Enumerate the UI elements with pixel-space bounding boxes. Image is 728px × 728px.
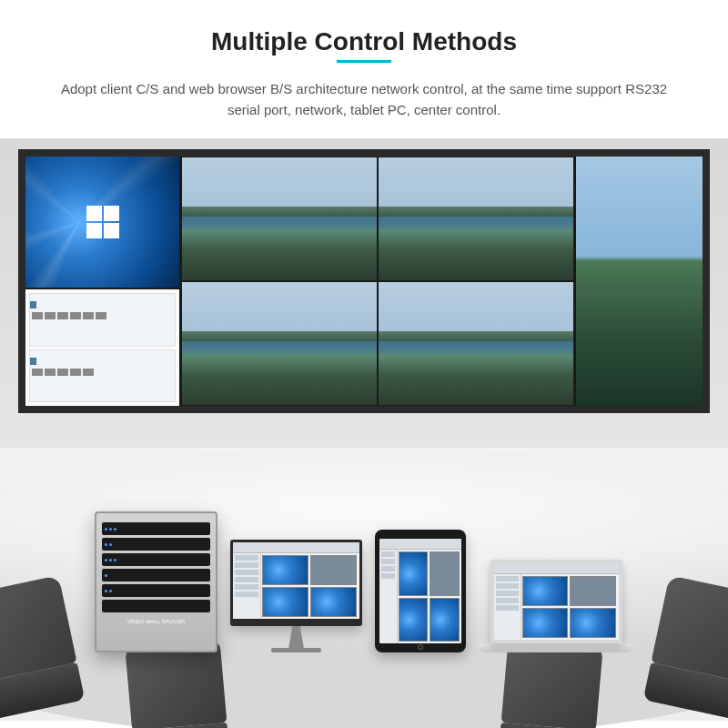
landscape-tile (378, 281, 574, 406)
tablet-home-button-icon (418, 644, 423, 650)
control-devices-row: VIDEO WALL SPLICER (95, 511, 633, 652)
laptop-device (479, 560, 633, 652)
video-wall-splicer-rack: VIDEO WALL SPLICER (95, 511, 217, 652)
system-diagram-pane (25, 289, 181, 406)
videowall-center-grid (181, 157, 574, 406)
landscape-tile (378, 157, 574, 281)
title-underline (337, 60, 391, 63)
header: Multiple Control Methods Adopt client C/… (0, 0, 728, 138)
desktop-monitor (230, 540, 362, 652)
windows-wallpaper-pane (25, 157, 181, 289)
videowall-left-column (25, 157, 181, 406)
landscape-tile (181, 157, 378, 281)
windows-logo-icon (86, 206, 119, 238)
control-software-ui (494, 563, 619, 640)
control-software-ui (379, 539, 461, 643)
landscape-tile (181, 281, 378, 406)
page-description: Adopt client C/S and web browser B/S arc… (55, 79, 673, 120)
control-software-ui (233, 542, 359, 619)
videowall-right-pane (574, 157, 703, 406)
rack-label: VIDEO WALL SPLICER (102, 619, 210, 624)
video-wall-display (18, 149, 710, 413)
product-scene: VIDEO WALL SPLICER (0, 138, 728, 721)
tablet-device (375, 530, 466, 652)
page-title: Multiple Control Methods (36, 27, 692, 56)
